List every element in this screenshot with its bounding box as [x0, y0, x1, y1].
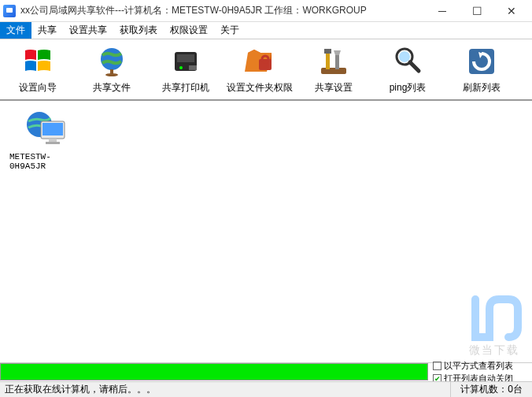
svg-rect-22 — [46, 142, 60, 144]
svg-rect-8 — [259, 59, 272, 70]
status-message: 正在获取在线计算机，请稍后。。。 — [0, 383, 450, 396]
options-panel: 以平方式查看列表 ✔ 打开列表自动关闭 — [428, 363, 532, 381]
svg-point-15 — [399, 51, 410, 62]
minimize-button[interactable]: ─ — [425, 1, 460, 21]
close-button[interactable]: ✕ — [494, 1, 529, 21]
toolbar-label: 刷新列表 — [463, 81, 501, 95]
computer-monitor-icon — [24, 110, 68, 149]
toolbar-label: 共享文件 — [93, 81, 131, 95]
toolbar-label: 设置文件夹权限 — [227, 81, 293, 95]
computer-item[interactable]: METESTW-0H9A5JR — [6, 107, 85, 174]
progress-bar — [0, 363, 428, 380]
windows-logo-icon — [21, 45, 54, 78]
menu-permissions[interactable]: 权限设置 — [164, 22, 214, 39]
svg-rect-21 — [49, 139, 57, 142]
window-title: xx公司局域网共享软件---计算机名：METESTW-0H9A5JR 工作组：W… — [20, 4, 425, 17]
window-controls: ─ ☐ ✕ — [425, 1, 529, 21]
content-area: METESTW-0H9A5JR — [0, 101, 532, 361]
checkbox-icon — [433, 362, 441, 370]
toolbar: 设置向导 共享文件 共享打印机 设置文件夹权限 共享设置 ping列表 刷新 — [0, 39, 532, 101]
toolbar-share-printer[interactable]: 共享打印机 — [156, 45, 216, 95]
toolbar-refresh-list[interactable]: 刷新列表 — [452, 45, 512, 95]
printer-icon — [169, 45, 202, 78]
maximize-button[interactable]: ☐ — [460, 1, 494, 21]
svg-rect-12 — [324, 49, 331, 54]
statusbar: 正在获取在线计算机，请稍后。。。 计算机数：0台 — [0, 381, 532, 397]
svg-rect-10 — [321, 68, 346, 74]
option-tile-view[interactable]: 以平方式查看列表 — [433, 360, 527, 372]
menu-file[interactable]: 文件 — [0, 22, 31, 39]
toolbar-setup-wizard[interactable]: 设置向导 — [8, 45, 68, 95]
progress-area: 以平方式查看列表 ✔ 打开列表自动关闭 — [0, 362, 532, 381]
refresh-icon — [465, 45, 498, 78]
app-icon — [3, 5, 16, 17]
svg-line-16 — [410, 62, 419, 71]
globe-icon — [95, 45, 128, 78]
toolbar-ping-list[interactable]: ping列表 — [378, 45, 438, 95]
svg-rect-20 — [42, 123, 63, 135]
toolbar-folder-permissions[interactable]: 设置文件夹权限 — [230, 45, 290, 95]
magnifier-icon — [391, 45, 424, 78]
toolbar-label: 设置向导 — [19, 81, 57, 95]
menubar: 文件 共享 设置共享 获取列表 权限设置 关于 — [0, 22, 532, 39]
svg-rect-7 — [189, 65, 197, 70]
computer-name: METESTW-0H9A5JR — [9, 152, 82, 171]
svg-point-3 — [105, 73, 118, 76]
titlebar: xx公司局域网共享软件---计算机名：METESTW-0H9A5JR 工作组：W… — [0, 0, 532, 22]
toolbar-share-file[interactable]: 共享文件 — [82, 45, 142, 95]
folder-lock-icon — [243, 45, 276, 78]
menu-share-settings[interactable]: 设置共享 — [63, 22, 113, 39]
menu-share[interactable]: 共享 — [31, 22, 63, 39]
menu-about[interactable]: 关于 — [214, 22, 246, 39]
toolbar-label: 共享打印机 — [162, 81, 209, 95]
option-label: 以平方式查看列表 — [444, 360, 513, 372]
svg-point-6 — [179, 66, 183, 69]
toolbar-share-settings[interactable]: 共享设置 — [304, 45, 364, 95]
toolbar-label: 共享设置 — [315, 81, 353, 95]
svg-point-1 — [101, 48, 123, 70]
toolbar-label: ping列表 — [390, 81, 427, 95]
menu-get-list[interactable]: 获取列表 — [113, 22, 164, 39]
svg-rect-0 — [6, 8, 13, 13]
svg-rect-5 — [177, 54, 194, 62]
tools-icon — [317, 45, 350, 78]
status-count: 计算机数：0台 — [450, 382, 532, 397]
